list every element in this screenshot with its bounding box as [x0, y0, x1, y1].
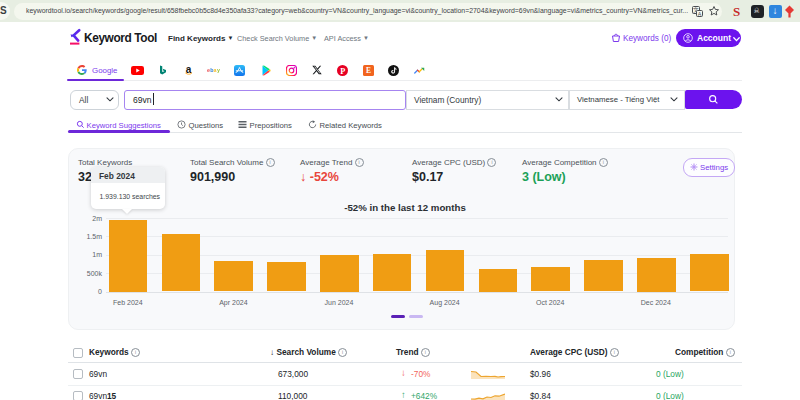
svg-text:y: y: [217, 67, 220, 73]
svg-text:e: e: [207, 67, 210, 73]
svg-text:E: E: [365, 66, 370, 75]
svg-text:P: P: [340, 66, 345, 75]
svg-text:a: a: [186, 65, 192, 75]
svg-text:A: A: [698, 11, 702, 17]
svg-text:a: a: [214, 67, 217, 73]
